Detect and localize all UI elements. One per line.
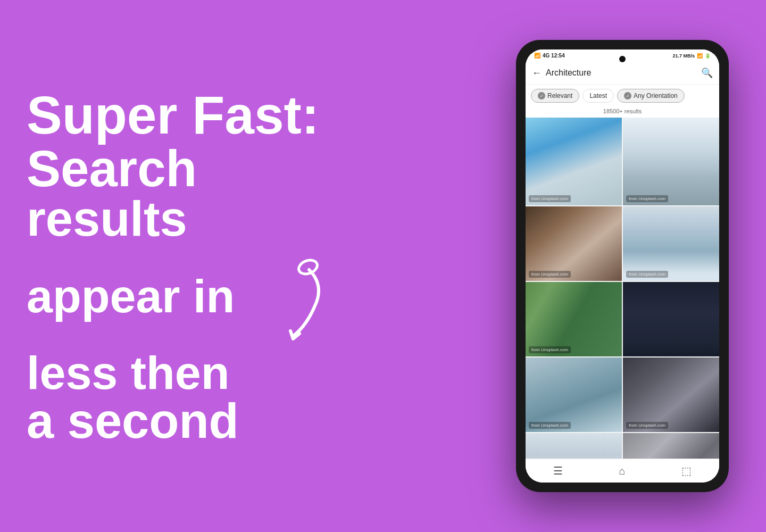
time: 4G 12:54 (543, 53, 565, 59)
watermark-4: from Unsplash.com (626, 271, 668, 278)
latest-label: Latest (589, 92, 607, 99)
svg-point-0 (297, 257, 319, 276)
grid-image-6[interactable] (623, 282, 719, 356)
headline-line6: a second (27, 396, 336, 445)
status-right: 21.7 MB/s 📶 🔋 (672, 53, 711, 59)
back-button[interactable]: ← (532, 68, 542, 79)
checkmark-icon: ✓ (538, 92, 545, 99)
grid-image-8[interactable]: from Unsplash.com (623, 358, 719, 432)
search-icon[interactable]: 🔍 (701, 67, 713, 79)
headline-line3: results (27, 194, 336, 243)
relevant-label: Relevant (547, 92, 572, 99)
grid-image-3[interactable]: from Unsplash.com (526, 206, 622, 281)
image-grid: from Unsplash.com from Unsplash.com from… (526, 118, 719, 459)
left-section: Super Fast: Search results appear in les… (0, 66, 362, 467)
grid-image-7[interactable]: from Unsplash.com (526, 358, 622, 432)
watermark-2: from Unsplash.com (626, 195, 668, 202)
status-left: 📶 4G 12:54 (534, 53, 565, 59)
phone-screen: 📶 4G 12:54 21.7 MB/s 📶 🔋 ← Architecture … (526, 49, 719, 483)
curved-arrow-icon (240, 254, 336, 350)
orientation-label: Any Orientation (634, 92, 678, 99)
watermark-7: from Unsplash.com (529, 422, 571, 429)
headline-line1: Super Fast: (27, 87, 336, 143)
back-icon[interactable]: ⬚ (681, 464, 692, 477)
latest-chip[interactable]: Latest (582, 89, 614, 103)
home-icon[interactable]: ⌂ (619, 465, 625, 477)
orientation-checkmark-icon: ✓ (624, 92, 631, 99)
battery-info: 21.7 MB/s (672, 53, 695, 59)
wifi-icon: 📶 (697, 53, 703, 59)
grid-image-5[interactable]: from Unsplash.com (526, 282, 622, 356)
grid-image-2[interactable]: from Unsplash.com (623, 118, 719, 205)
watermark-3: from Unsplash.com (529, 271, 571, 278)
headline-line2: Search (27, 143, 336, 194)
orientation-chip[interactable]: ✓ Any Orientation (617, 89, 685, 103)
headline-line5: less then (27, 350, 336, 396)
right-section: 📶 4G 12:54 21.7 MB/s 📶 🔋 ← Architecture … (500, 29, 766, 503)
grid-image-10[interactable] (623, 433, 719, 459)
grid-image-9[interactable] (526, 433, 622, 459)
watermark-8: from Unsplash.com (626, 422, 668, 429)
menu-icon[interactable]: ☰ (553, 464, 563, 477)
phone-mockup: 📶 4G 12:54 21.7 MB/s 📶 🔋 ← Architecture … (516, 40, 729, 492)
headline-line4: appear in (27, 273, 235, 320)
search-query[interactable]: Architecture (546, 68, 697, 78)
grid-image-4[interactable]: from Unsplash.com (623, 206, 719, 281)
watermark-1: from Unsplash.com (529, 195, 571, 202)
relevant-chip[interactable]: ✓ Relevant (531, 89, 579, 103)
search-bar[interactable]: ← Architecture 🔍 (526, 62, 719, 85)
bottom-nav: ☰ ⌂ ⬚ (526, 459, 719, 483)
battery-icon: 🔋 (705, 53, 711, 59)
watermark-5: from Unsplash.com (529, 346, 571, 353)
filter-bar: ✓ Relevant Latest ✓ Any Orientation (526, 85, 719, 107)
camera-cutout (619, 56, 626, 62)
network-icon: 📶 (534, 53, 540, 59)
results-count: 18500+ results (526, 107, 719, 118)
grid-image-1[interactable]: from Unsplash.com (526, 118, 622, 205)
